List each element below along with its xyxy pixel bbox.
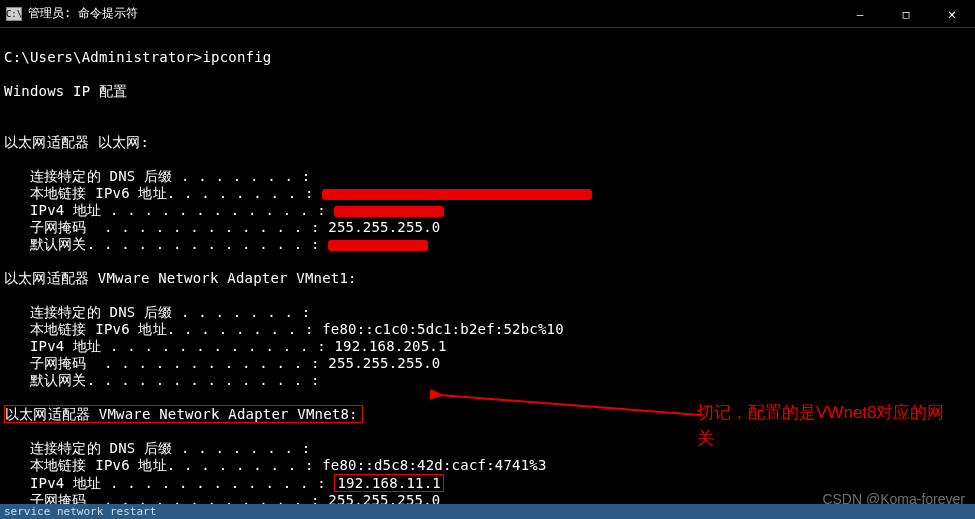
subnet-row: 子网掩码 . . . . . . . . . . . . : 255.255.2… [4,355,440,371]
redacted-value [328,240,428,251]
ipv6-row: 本地链接 IPv6 地址. . . . . . . . : [4,185,592,201]
cmd-icon: C:\ [6,7,22,21]
dns-suffix-row: 连接特定的 DNS 后缀 . . . . . . . : [4,304,311,320]
redacted-value [322,189,592,200]
adapter-header: 以太网适配器 以太网: [4,134,149,150]
minimize-button[interactable]: — [837,0,883,28]
titlebar: C:\ 管理员: 命令提示符 — □ ✕ [0,0,975,28]
footer-bar: service network restart [0,504,975,519]
prompt-line: C:\Users\Administrator>ipconfig [4,49,272,65]
ipv4-row: IPv4 地址 . . . . . . . . . . . . : [4,202,444,218]
annotation-text: 切记，配置的是VWnet8对应的网关 [697,400,957,452]
window-controls: — □ ✕ [837,0,975,27]
adapter-header: 以太网适配器 VMware Network Adapter VMnet1: [4,270,357,286]
adapter-header-highlighted: 以太网适配器 VMware Network Adapter VMnet8: [4,405,363,423]
ipv4-row: IPv4 地址 . . . . . . . . . . . . : 192.16… [4,475,444,491]
redacted-value [334,206,444,217]
ip-config-heading: Windows IP 配置 [4,83,127,99]
close-button[interactable]: ✕ [929,0,975,28]
maximize-button[interactable]: □ [883,0,929,28]
ipv6-row: 本地链接 IPv6 地址. . . . . . . . : fe80::d5c8… [4,457,547,473]
ipv4-value-highlighted: 192.168.11.1 [334,474,444,492]
ipv4-row: IPv4 地址 . . . . . . . . . . . . : 192.16… [4,338,447,354]
gateway-row: 默认网关. . . . . . . . . . . . . : [4,236,428,252]
subnet-row: 子网掩码 . . . . . . . . . . . . : 255.255.2… [4,219,440,235]
window-title: 管理员: 命令提示符 [28,5,837,22]
dns-suffix-row: 连接特定的 DNS 后缀 . . . . . . . : [4,168,311,184]
gateway-row: 默认网关. . . . . . . . . . . . . : [4,372,320,388]
ipv6-row: 本地链接 IPv6 地址. . . . . . . . : fe80::c1c0… [4,321,564,337]
dns-suffix-row: 连接特定的 DNS 后缀 . . . . . . . : [4,440,311,456]
